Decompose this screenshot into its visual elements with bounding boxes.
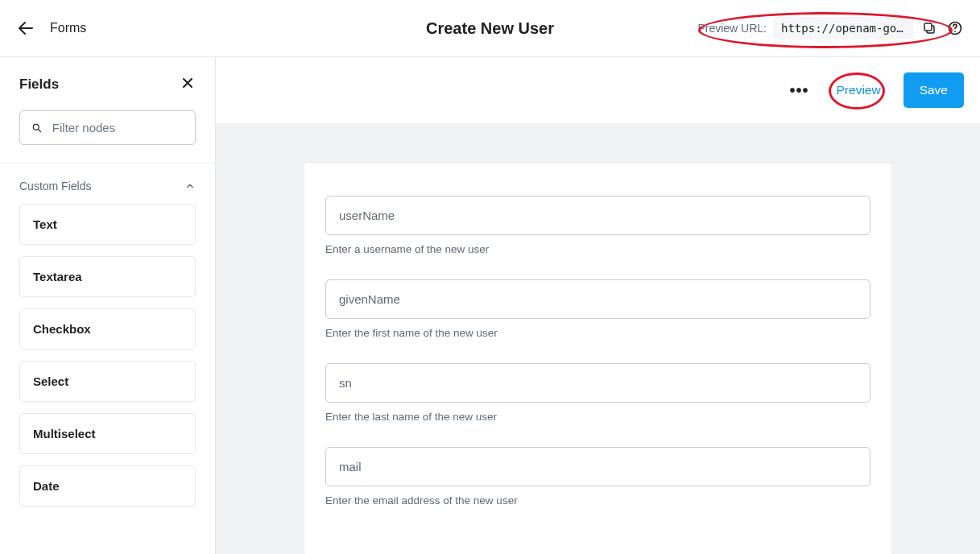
sidebar: Fields Custom Fields	[0, 57, 216, 554]
field-type-textarea[interactable]: Textarea	[19, 256, 196, 297]
field-type-select[interactable]: Select	[19, 361, 196, 402]
form-card: Enter a username of the new user Enter t…	[304, 163, 891, 554]
form-field-mail: Enter the email address of the new user	[325, 447, 870, 506]
back-button[interactable]	[16, 19, 35, 38]
help-icon	[947, 20, 963, 36]
sn-help: Enter the last name of the new user	[325, 411, 870, 423]
form-field-givenname: Enter the first name of the new user	[325, 279, 870, 339]
copy-icon	[922, 21, 937, 35]
field-type-text[interactable]: Text	[19, 204, 196, 245]
content-toolbar: ••• Preview Save	[216, 57, 980, 123]
givenname-input[interactable]	[325, 279, 870, 319]
topbar: Forms Create New User Preview URL: https…	[0, 0, 980, 57]
sn-input[interactable]	[325, 363, 870, 403]
close-sidebar-button[interactable]	[180, 75, 196, 94]
more-icon: •••	[790, 81, 809, 100]
preview-url-group: Preview URL: https://openam-gov-…	[697, 17, 938, 39]
mail-help: Enter the email address of the new user	[325, 494, 870, 506]
section-title: Custom Fields	[19, 180, 91, 192]
page-title: Create New User	[426, 19, 554, 38]
more-options-button[interactable]: •••	[785, 76, 814, 105]
form-field-sn: Enter the last name of the new user	[325, 363, 870, 423]
svg-point-3	[954, 31, 956, 32]
username-help: Enter a username of the new user	[325, 243, 870, 255]
section-custom-fields-toggle[interactable]: Custom Fields	[19, 180, 196, 192]
form-canvas: Enter a username of the new user Enter t…	[216, 123, 980, 554]
form-field-username: Enter a username of the new user	[325, 196, 870, 255]
help-button[interactable]	[946, 19, 964, 37]
search-icon	[31, 122, 43, 134]
close-icon	[180, 75, 196, 91]
field-type-multiselect[interactable]: Multiselect	[19, 413, 196, 454]
field-type-checkbox[interactable]: Checkbox	[19, 308, 196, 349]
copy-url-button[interactable]	[920, 19, 938, 37]
sidebar-title: Fields	[19, 76, 59, 93]
content: ••• Preview Save Enter a username of the…	[216, 57, 980, 554]
chevron-up-icon	[184, 180, 196, 192]
mail-input[interactable]	[325, 447, 870, 486]
breadcrumb[interactable]: Forms	[50, 21, 86, 35]
preview-button[interactable]: Preview	[821, 72, 897, 108]
filter-box[interactable]	[19, 110, 196, 145]
givenname-help: Enter the first name of the new user	[325, 327, 870, 339]
preview-url-label: Preview URL:	[697, 22, 767, 35]
save-button[interactable]: Save	[904, 72, 964, 108]
preview-url-value[interactable]: https://openam-gov-…	[773, 17, 914, 39]
field-type-date[interactable]: Date	[19, 465, 196, 506]
username-input[interactable]	[325, 196, 870, 235]
filter-input[interactable]	[52, 121, 184, 134]
arrow-left-icon	[16, 19, 35, 38]
svg-point-4	[33, 124, 39, 130]
svg-rect-1	[924, 23, 932, 31]
